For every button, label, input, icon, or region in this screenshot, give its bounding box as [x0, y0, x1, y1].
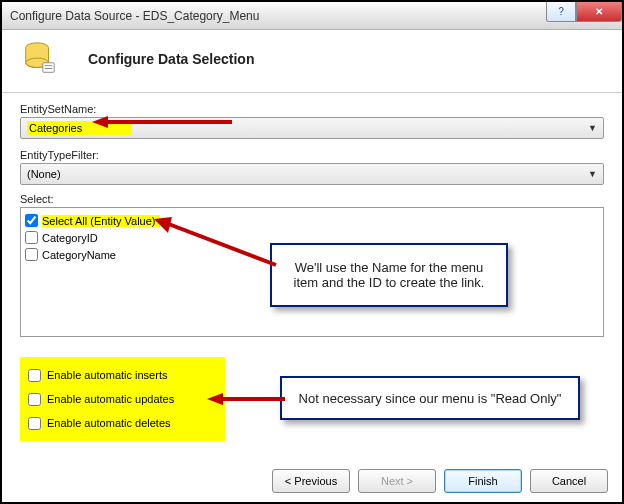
enable-deletes-label: Enable automatic deletes	[47, 417, 171, 429]
enable-options-group: Enable automatic inserts Enable automati…	[20, 357, 225, 441]
window-title: Configure Data Source - EDS_Category_Men…	[10, 9, 259, 23]
annotation-text: Not necessary since our menu is "Read On…	[299, 391, 562, 406]
entity-type-combo[interactable]: (None) ▼	[20, 163, 604, 185]
chevron-down-icon: ▼	[588, 169, 597, 179]
select-item[interactable]: Select All (Entity Value)	[25, 212, 599, 229]
svg-marker-8	[154, 217, 172, 233]
svg-rect-2	[43, 63, 54, 73]
enable-inserts-checkbox[interactable]	[28, 369, 41, 382]
select-label: Select:	[20, 193, 604, 205]
select-item-label: CategoryName	[42, 249, 116, 261]
select-item-label: CategoryID	[42, 232, 98, 244]
select-item-label: Select All (Entity Value)	[42, 215, 160, 227]
svg-marker-6	[92, 116, 108, 128]
svg-line-7	[166, 223, 276, 265]
enable-updates-checkbox[interactable]	[28, 393, 41, 406]
entity-type-label: EntityTypeFilter:	[20, 149, 604, 161]
wizard-body: EntitySetName: Categories ▼ EntityTypeFi…	[2, 93, 622, 503]
svg-marker-10	[207, 393, 223, 405]
annotation-callout-bottom: Not necessary since our menu is "Read On…	[280, 376, 580, 420]
chevron-down-icon: ▼	[588, 123, 597, 133]
entity-type-value: (None)	[27, 168, 61, 180]
finish-button[interactable]: Finish	[444, 469, 522, 493]
annotation-arrow-icon	[92, 114, 232, 130]
wizard-buttons: < Previous Next > Finish Cancel	[272, 469, 608, 493]
select-item-checkbox[interactable]	[25, 248, 38, 261]
enable-updates-row[interactable]: Enable automatic updates	[26, 387, 219, 411]
annotation-arrow-icon	[152, 215, 282, 271]
select-item-checkbox[interactable]	[25, 231, 38, 244]
next-button: Next >	[358, 469, 436, 493]
enable-deletes-checkbox[interactable]	[28, 417, 41, 430]
enable-deletes-row[interactable]: Enable automatic deletes	[26, 411, 219, 435]
cancel-button[interactable]: Cancel	[530, 469, 608, 493]
enable-updates-label: Enable automatic updates	[47, 393, 174, 405]
close-button[interactable]: ✕	[576, 2, 622, 22]
window-controls: ? ✕	[546, 2, 622, 29]
enable-inserts-label: Enable automatic inserts	[47, 369, 167, 381]
enable-inserts-row[interactable]: Enable automatic inserts	[26, 363, 219, 387]
annotation-arrow-icon	[207, 391, 287, 407]
help-button[interactable]: ?	[546, 2, 576, 22]
select-all-checkbox[interactable]	[25, 214, 38, 227]
wizard-header: Configure Data Selection	[2, 30, 622, 93]
page-title: Configure Data Selection	[88, 51, 254, 67]
title-bar: Configure Data Source - EDS_Category_Men…	[2, 2, 622, 30]
database-icon	[20, 40, 58, 78]
annotation-callout-top: We'll use the Name for the menu item and…	[270, 243, 508, 307]
annotation-text: We'll use the Name for the menu item and…	[284, 260, 494, 290]
previous-button[interactable]: < Previous	[272, 469, 350, 493]
